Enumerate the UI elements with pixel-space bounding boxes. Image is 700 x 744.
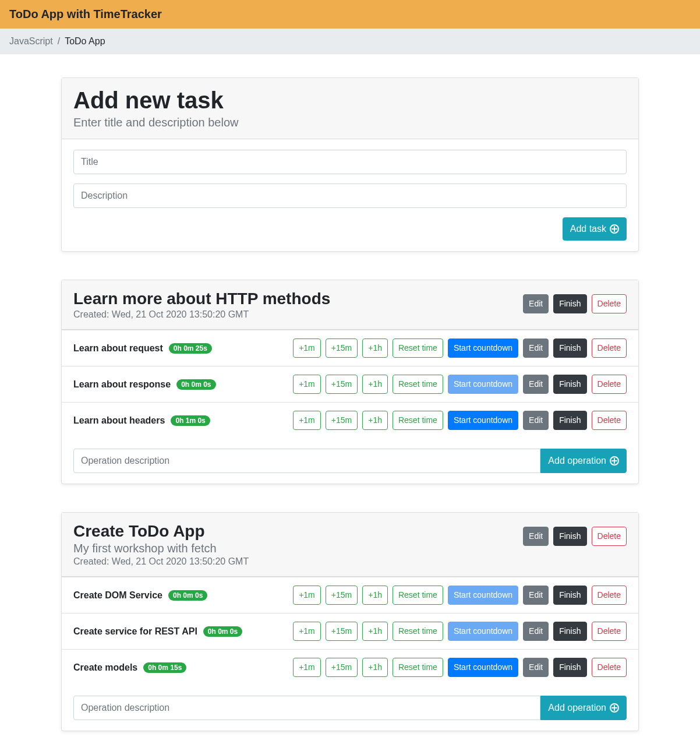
task-finish-button[interactable]: Finish	[553, 294, 586, 313]
operation-time-pill: 0h 0m 0s	[203, 626, 242, 637]
plus-15m-button[interactable]: +15m	[326, 375, 358, 394]
operation-edit-button[interactable]: Edit	[523, 586, 549, 605]
add-task-header: Add new task Enter title and description…	[62, 78, 638, 139]
add-task-button[interactable]: Add task	[563, 217, 627, 241]
plus-1h-button[interactable]: +1h	[362, 586, 388, 605]
operation-title: Create DOM Service	[73, 590, 162, 601]
start-countdown-button[interactable]: Start countdown	[448, 658, 518, 677]
operation-edit-button[interactable]: Edit	[523, 622, 549, 641]
task-card: Learn more about HTTP methodsCreated: We…	[61, 280, 639, 484]
operation-time-pill: 0h 0m 15s	[143, 662, 186, 673]
reset-time-button[interactable]: Reset time	[393, 375, 443, 394]
operation-finish-button[interactable]: Finish	[553, 375, 586, 394]
task-header: Create ToDo AppMy first workshop with fe…	[62, 513, 638, 577]
task-header: Learn more about HTTP methodsCreated: We…	[62, 280, 638, 330]
reset-time-button[interactable]: Reset time	[393, 411, 443, 430]
task-title: Create ToDo App	[73, 522, 249, 541]
task-title-input[interactable]	[73, 150, 627, 174]
reset-time-button[interactable]: Reset time	[393, 338, 443, 358]
operation-actions: +1m+15m+1hReset timeStart countdownEditF…	[293, 338, 627, 358]
breadcrumb: JavaScript / ToDo App	[0, 29, 700, 54]
plus-1h-button[interactable]: +1h	[362, 658, 388, 677]
start-countdown-button[interactable]: Start countdown	[448, 411, 518, 430]
operation-delete-button[interactable]: Delete	[592, 586, 627, 605]
plus-1h-button[interactable]: +1h	[362, 622, 388, 641]
operation-row: Create DOM Service0h 0m 0s+1m+15m+1hRese…	[62, 577, 638, 613]
breadcrumb-separator: /	[58, 36, 60, 47]
start-countdown-button[interactable]: Start countdown	[448, 338, 518, 358]
operation-finish-button[interactable]: Finish	[553, 622, 586, 641]
plus-1m-button[interactable]: +1m	[293, 375, 321, 394]
operation-actions: +1m+15m+1hReset timeStart countdownEditF…	[293, 375, 627, 394]
plus-15m-button[interactable]: +15m	[326, 338, 358, 358]
plus-15m-button[interactable]: +15m	[326, 586, 358, 605]
operation-edit-button[interactable]: Edit	[523, 338, 549, 358]
reset-time-button[interactable]: Reset time	[393, 622, 443, 641]
operation-time-pill: 0h 1m 0s	[171, 415, 210, 426]
operation-time-pill: 0h 0m 25s	[169, 343, 212, 354]
plus-15m-button[interactable]: +15m	[326, 658, 358, 677]
operation-row: Create service for REST API0h 0m 0s+1m+1…	[62, 613, 638, 649]
operation-title: Create models	[73, 662, 137, 673]
plus-1h-button[interactable]: +1h	[362, 375, 388, 394]
task-edit-button[interactable]: Edit	[523, 527, 549, 546]
plus-1m-button[interactable]: +1m	[293, 411, 321, 430]
start-countdown-button: Start countdown	[448, 375, 518, 394]
operation-actions: +1m+15m+1hReset timeStart countdownEditF…	[293, 586, 627, 605]
reset-time-button[interactable]: Reset time	[393, 658, 443, 677]
task-created: Created: Wed, 21 Oct 2020 13:50:20 GMT	[73, 309, 330, 320]
task-description-input[interactable]	[73, 184, 627, 208]
add-operation-button[interactable]: Add operation	[540, 696, 627, 720]
reset-time-button[interactable]: Reset time	[393, 586, 443, 605]
operation-delete-button[interactable]: Delete	[592, 375, 627, 394]
operation-edit-button[interactable]: Edit	[523, 375, 549, 394]
task-finish-button[interactable]: Finish	[553, 527, 586, 546]
add-task-card: Add new task Enter title and description…	[61, 77, 639, 252]
task-edit-button[interactable]: Edit	[523, 294, 549, 313]
operation-finish-button[interactable]: Finish	[553, 658, 586, 677]
operation-description-input[interactable]	[73, 696, 540, 720]
operation-time-pill: 0h 0m 0s	[168, 590, 207, 601]
plus-1m-button[interactable]: +1m	[293, 586, 321, 605]
plus-1m-button[interactable]: +1m	[293, 338, 321, 358]
operation-finish-button[interactable]: Finish	[553, 586, 586, 605]
task-header-actions: EditFinishDelete	[523, 294, 627, 313]
task-delete-button[interactable]: Delete	[592, 527, 627, 546]
task-created: Created: Wed, 21 Oct 2020 13:50:20 GMT	[73, 556, 249, 567]
plus-1h-button[interactable]: +1h	[362, 338, 388, 358]
task-subtitle: My first workshop with fetch	[73, 542, 249, 555]
operation-finish-button[interactable]: Finish	[553, 338, 586, 358]
operation-row: Create models0h 0m 15s+1m+15m+1hReset ti…	[62, 649, 638, 685]
operation-title: Learn about headers	[73, 415, 165, 426]
add-operation-label: Add operation	[548, 701, 606, 715]
operation-row: Learn about request0h 0m 25s+1m+15m+1hRe…	[62, 330, 638, 366]
operation-finish-button[interactable]: Finish	[553, 411, 586, 430]
plus-1m-button[interactable]: +1m	[293, 658, 321, 677]
start-countdown-button: Start countdown	[448, 622, 518, 641]
add-operation-button[interactable]: Add operation	[540, 449, 627, 473]
add-task-subtitle: Enter title and description below	[73, 116, 239, 129]
operation-time-pill: 0h 0m 0s	[176, 379, 215, 390]
operation-description-input[interactable]	[73, 449, 540, 473]
operation-title: Learn about response	[73, 379, 171, 390]
plus-1m-button[interactable]: +1m	[293, 622, 321, 641]
plus-15m-button[interactable]: +15m	[326, 622, 358, 641]
task-delete-button[interactable]: Delete	[592, 294, 627, 313]
operation-actions: +1m+15m+1hReset timeStart countdownEditF…	[293, 411, 627, 430]
breadcrumb-parent[interactable]: JavaScript	[9, 36, 53, 47]
operation-actions: +1m+15m+1hReset timeStart countdownEditF…	[293, 622, 627, 641]
add-operation-footer: Add operation	[62, 438, 638, 484]
plus-15m-button[interactable]: +15m	[326, 411, 358, 430]
operation-delete-button[interactable]: Delete	[592, 658, 627, 677]
plus-circle-icon	[610, 456, 619, 466]
breadcrumb-current: ToDo App	[65, 36, 105, 47]
operation-edit-button[interactable]: Edit	[523, 658, 549, 677]
operation-delete-button[interactable]: Delete	[592, 411, 627, 430]
operation-delete-button[interactable]: Delete	[592, 338, 627, 358]
add-task-title: Add new task	[73, 87, 239, 114]
operation-edit-button[interactable]: Edit	[523, 411, 549, 430]
add-operation-footer: Add operation	[62, 685, 638, 731]
plus-circle-icon	[610, 224, 619, 234]
operation-delete-button[interactable]: Delete	[592, 622, 627, 641]
plus-1h-button[interactable]: +1h	[362, 411, 388, 430]
